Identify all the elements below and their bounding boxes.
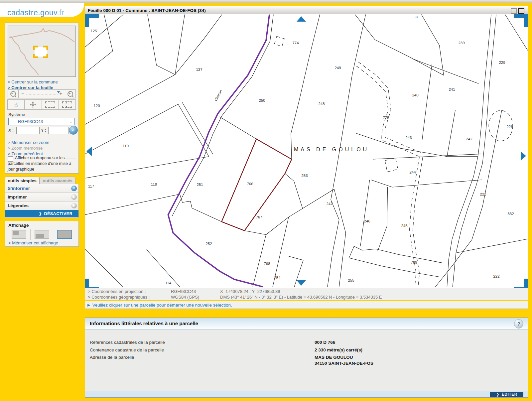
tab-outils-avances[interactable]: outils avancés bbox=[40, 177, 75, 184]
parcel-label-768[interactable]: 768 bbox=[264, 262, 270, 266]
extent-tool[interactable] bbox=[59, 99, 76, 110]
parcel-label-241[interactable]: 241 bbox=[449, 87, 455, 91]
zoom-box-tool[interactable] bbox=[42, 99, 59, 110]
parcel-label-251[interactable]: 251 bbox=[197, 183, 203, 187]
parcel-label-240[interactable]: 240 bbox=[412, 93, 418, 97]
menu-item-imprimer[interactable]: Imprimer bbox=[5, 193, 78, 201]
parcel-label-117[interactable]: 117 bbox=[88, 184, 94, 188]
parcel-label-120[interactable]: 120 bbox=[93, 104, 100, 108]
parcel-label-226[interactable]: 226 bbox=[506, 125, 513, 129]
expand-arrow-icon[interactable] bbox=[71, 194, 77, 200]
geographic-system: WGS84 (GPS) bbox=[171, 295, 199, 300]
map-titlebar: Feuille 000 D 01 - Commune : SAINT-JEAN-… bbox=[85, 6, 528, 15]
map-title: Feuille 000 D 01 - Commune : SAINT-JEAN-… bbox=[88, 8, 206, 13]
map-corner-bracket-tr[interactable] bbox=[514, 14, 528, 27]
adresse-value-line1: MAS DE GOULOU bbox=[315, 355, 353, 360]
layout-option-bottom-panel[interactable] bbox=[31, 229, 54, 240]
parcel-label-229[interactable]: 229 bbox=[499, 61, 505, 65]
map-corner-bracket-tl[interactable] bbox=[85, 14, 99, 27]
parcel-label-766[interactable]: 766 bbox=[247, 182, 253, 186]
flag-label-text: Afficher un drapeau sur les parcelles en… bbox=[8, 156, 71, 172]
editer-label: ÉDITER bbox=[502, 392, 517, 397]
magnifier-plus-icon: + bbox=[67, 91, 73, 97]
parcel-label-114[interactable]: 114 bbox=[165, 281, 171, 285]
parcel-label-244[interactable]: 244 bbox=[409, 170, 416, 174]
x-label: X : bbox=[8, 128, 14, 133]
memorized-zoom-link: > Zoom mémorisé bbox=[8, 146, 43, 151]
parcel-label-223[interactable]: 223 bbox=[480, 192, 486, 196]
pan-east-arrow[interactable] bbox=[521, 151, 526, 161]
parcel-label-118[interactable]: 118 bbox=[151, 182, 157, 186]
parcel-label-254[interactable]: 254 bbox=[274, 276, 280, 280]
parcel-label-222[interactable]: 222 bbox=[493, 274, 499, 278]
slider-minus-label[interactable]: − bbox=[21, 91, 24, 96]
parcel-label-249[interactable]: 249 bbox=[334, 66, 341, 70]
x-coordinate-input[interactable] bbox=[16, 127, 40, 134]
zoom-in-button[interactable]: + bbox=[65, 89, 76, 98]
geographic-values: DMS (43° 41' 26" N - 3° 32' 3" E) - Lati… bbox=[220, 295, 382, 300]
collapse-arrow-icon[interactable] bbox=[71, 186, 77, 191]
parcel-label-832[interactable]: 832 bbox=[507, 212, 514, 216]
parcel-info-panel: Informations littérales relatives à une … bbox=[85, 318, 528, 398]
center-commune-link[interactable]: > Centrer sur la commune bbox=[8, 79, 58, 84]
selection-rectangle-icon bbox=[45, 101, 55, 108]
pan-hand-tool[interactable]: ☝ bbox=[7, 99, 25, 110]
slider-track[interactable] bbox=[26, 94, 58, 94]
window-maximize-icon[interactable] bbox=[518, 8, 524, 14]
pan-west-arrow[interactable] bbox=[86, 147, 92, 156]
parcel-label-246[interactable]: 246 bbox=[364, 219, 370, 223]
window-restore-icon[interactable] bbox=[511, 8, 517, 14]
menu-item-sinformer[interactable]: S'informer bbox=[5, 184, 78, 193]
cadastral-map-canvas[interactable]: 125137774249a239229240241250248775243242… bbox=[85, 14, 528, 288]
parcel-label-243[interactable]: 243 bbox=[405, 136, 412, 140]
site-logo[interactable]: cadastre.gouv.fr bbox=[7, 8, 64, 17]
parcel-label-250[interactable]: 250 bbox=[259, 98, 265, 102]
parcel-label-247[interactable]: 247 bbox=[326, 202, 332, 206]
parcel-label-775[interactable]: 775 bbox=[383, 116, 389, 120]
map-corner-bracket-bl[interactable] bbox=[85, 279, 99, 288]
parcel-label-119[interactable]: 119 bbox=[123, 144, 129, 148]
menu-item-legendes[interactable]: Légendes bbox=[5, 201, 78, 210]
system-select-value: RGF93CC43 bbox=[18, 119, 69, 124]
desactiver-button[interactable]: ❯ DÉSACTIVER bbox=[5, 210, 78, 217]
parcel-label-769[interactable]: 769 bbox=[411, 260, 417, 264]
parcel-label-137[interactable]: 137 bbox=[196, 67, 202, 71]
parcel-label-774[interactable]: 774 bbox=[292, 41, 299, 45]
map-tools-row: ☝ bbox=[8, 99, 76, 110]
projection-system: RGF93CC43 bbox=[171, 289, 196, 294]
map-corner-bracket-br[interactable] bbox=[514, 279, 528, 288]
y-coordinate-input[interactable] bbox=[48, 127, 69, 134]
parcel-label-248[interactable]: 248 bbox=[318, 102, 325, 106]
parcel-label-125[interactable]: 125 bbox=[90, 29, 97, 33]
tab-outils-simples[interactable]: outils simples bbox=[5, 177, 40, 184]
editer-button[interactable]: ❯ ÉDITER bbox=[490, 392, 523, 397]
adresse-label: Adresse de la parcelle bbox=[90, 355, 134, 360]
layout-option-left-panel[interactable] bbox=[8, 229, 31, 240]
parcel-label-252[interactable]: 252 bbox=[205, 242, 212, 246]
zoom-out-button[interactable]: − bbox=[8, 89, 19, 98]
crosshair-icon bbox=[30, 101, 36, 108]
expand-arrow-icon[interactable] bbox=[71, 203, 77, 208]
place-name-label: MAS DE GOULOU bbox=[294, 147, 369, 153]
parcel-label-242[interactable]: 242 bbox=[466, 137, 472, 141]
memorize-zoom-link[interactable]: > Mémoriser ce zoom bbox=[8, 140, 49, 145]
center-tool[interactable] bbox=[24, 99, 42, 110]
layout-option-full-map[interactable] bbox=[53, 229, 76, 240]
parcel-label-239[interactable]: 239 bbox=[458, 41, 465, 45]
parcel-label-245[interactable]: 245 bbox=[401, 224, 407, 228]
overview-minimap[interactable] bbox=[8, 26, 76, 77]
slider-plus-label[interactable]: + bbox=[60, 91, 62, 96]
pan-south-arrow[interactable] bbox=[297, 280, 306, 286]
parcel-label-a[interactable]: a bbox=[416, 15, 418, 19]
map-window: Feuille 000 D 01 - Commune : SAINT-JEAN-… bbox=[85, 6, 528, 300]
help-button[interactable]: ? bbox=[514, 319, 523, 329]
parcel-label-767[interactable]: 767 bbox=[256, 215, 262, 219]
parcel-label-255[interactable]: 255 bbox=[348, 278, 354, 282]
parcel-label-253[interactable]: 253 bbox=[301, 174, 308, 178]
pan-north-arrow[interactable] bbox=[297, 16, 306, 22]
zoom-slider[interactable]: − + bbox=[19, 89, 65, 98]
tools-menu-panel: S'informer Imprimer Légendes ❯ DÉSACTIVE… bbox=[5, 184, 79, 218]
validate-coordinates-button[interactable]: ✓ bbox=[69, 126, 78, 135]
system-select[interactable]: RGF93CC43 ⌄ bbox=[8, 118, 75, 125]
memorize-layout-link[interactable]: > Mémoriser cet affichage bbox=[8, 240, 58, 245]
